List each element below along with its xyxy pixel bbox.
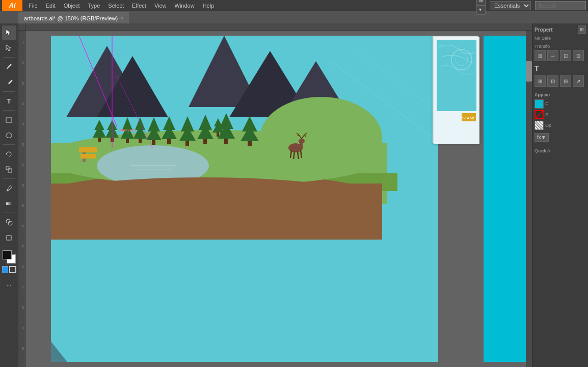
svg-point-103 — [443, 38, 445, 40]
svg-marker-49 — [162, 125, 177, 139]
rectangle-tool[interactable] — [2, 113, 16, 127]
appearance-section: Appear F S Op — [534, 90, 586, 130]
align-right[interactable]: ⊟ — [560, 75, 571, 87]
artboard-second — [484, 36, 527, 362]
svg-marker-39 — [122, 117, 132, 130]
pencil-tool[interactable] — [2, 75, 16, 89]
layout-chevron-btn[interactable]: ▾ — [476, 6, 486, 15]
svg-line-81 — [305, 135, 306, 137]
fill-swatch[interactable] — [2, 266, 9, 273]
document-tab[interactable]: artboards.ai* @ 150% (RGB/Preview) × — [18, 12, 129, 23]
menu-file[interactable]: File — [24, 2, 42, 10]
svg-rect-25 — [51, 143, 387, 204]
svg-line-77 — [297, 133, 299, 135]
gradient-tool[interactable] — [2, 196, 16, 211]
layout-arrange-btn[interactable]: ⊞ — [476, 0, 486, 6]
scale-tool[interactable] — [2, 162, 16, 176]
toolbar-separator-1 — [3, 57, 15, 58]
shape-builder-tool[interactable] — [2, 215, 16, 229]
toolbar-separator-5 — [3, 178, 15, 179]
main-layout: T — [0, 23, 588, 367]
svg-line-9 — [7, 190, 9, 191]
svg-marker-43 — [133, 125, 147, 139]
artboard-tool[interactable] — [2, 230, 16, 245]
svg-rect-71 — [79, 147, 97, 152]
svg-line-91 — [331, 61, 433, 138]
svg-point-75 — [299, 139, 305, 144]
stroke-color-swatch[interactable] — [534, 110, 544, 119]
svg-rect-4 — [6, 118, 12, 122]
transform-icon-2[interactable]: ↔ — [547, 50, 558, 61]
stroke-row: S — [534, 110, 586, 119]
direct-select-tool[interactable] — [2, 41, 16, 55]
toolbar-separator-4 — [3, 144, 15, 145]
align-left[interactable]: ⊞ — [534, 75, 546, 87]
vertical-scrollbar[interactable] — [526, 31, 532, 367]
menu-effect[interactable]: Effect — [128, 2, 150, 10]
stroke-swatch[interactable] — [9, 266, 16, 273]
svg-marker-33 — [94, 120, 104, 130]
search-input[interactable] — [535, 1, 586, 10]
more-tools-btn[interactable]: ··· — [2, 278, 16, 293]
svg-rect-90 — [117, 129, 117, 129]
align-center[interactable]: ⊡ — [547, 75, 558, 87]
workspace-select[interactable]: Essentials — [490, 1, 531, 10]
svg-point-108 — [468, 38, 470, 40]
panel-header: Propert ⊞ — [534, 25, 586, 34]
svg-point-5 — [6, 133, 12, 138]
fx-button[interactable]: fx▼ — [534, 133, 549, 142]
svg-rect-56 — [203, 139, 207, 144]
svg-marker-42 — [135, 117, 145, 130]
opacity-swatch[interactable] — [534, 121, 544, 130]
tab-close-btn[interactable]: × — [121, 16, 123, 21]
type-tool[interactable]: T — [2, 94, 16, 108]
scrollbar-thumb[interactable] — [526, 61, 532, 82]
toolbar-separator-8 — [3, 276, 15, 276]
foreground-color[interactable] — [3, 250, 12, 259]
menu-view[interactable]: View — [150, 2, 171, 10]
artboard: Intersect — [51, 36, 438, 362]
menu-edit[interactable]: Edit — [42, 2, 60, 10]
embed-icon[interactable]: ↗ — [573, 75, 584, 87]
svg-marker-51 — [181, 116, 194, 132]
svg-marker-58 — [218, 122, 235, 139]
eyedropper-tool[interactable] — [2, 181, 16, 195]
canvas-area: 300 350 400 450 500 550 600 650 700 750 … — [18, 23, 532, 367]
menu-object[interactable]: Object — [60, 2, 84, 10]
transform-icon-1[interactable]: ⊞ — [534, 50, 546, 61]
ruler-top: 300 350 400 450 500 550 600 650 700 750 … — [18, 23, 532, 31]
menu-window[interactable]: Window — [171, 2, 199, 10]
svg-text:Intersect: Intersect — [118, 127, 136, 133]
svg-rect-7 — [6, 167, 9, 170]
svg-marker-63 — [265, 115, 282, 133]
transform-icon-4[interactable]: ⊟ — [573, 50, 584, 61]
quick-actions-section: Quick A — [534, 146, 586, 153]
tab-title: artboards.ai* @ 150% (RGB/Preview) — [24, 15, 118, 21]
transform-icons: ⊞ ↔ ⊡ ⊟ — [534, 50, 586, 61]
properties-icon-1[interactable]: ⊞ — [578, 25, 586, 34]
svg-rect-72 — [81, 154, 96, 159]
svg-marker-64 — [263, 125, 284, 143]
svg-rect-47 — [152, 140, 155, 145]
menu-type[interactable]: Type — [84, 2, 104, 10]
menu-help[interactable]: Help — [199, 2, 219, 10]
ellipse-tool[interactable] — [2, 128, 16, 142]
svg-rect-3 — [8, 80, 12, 84]
type-icon[interactable]: T — [534, 64, 586, 72]
pen-tool[interactable] — [2, 60, 16, 74]
transform-label: Transfo — [534, 44, 586, 49]
svg-marker-66 — [214, 118, 222, 126]
selection-tool[interactable] — [2, 25, 16, 40]
svg-line-85 — [301, 150, 302, 158]
transform-icon-3[interactable]: ⊡ — [560, 50, 571, 61]
svg-point-24 — [51, 138, 387, 199]
fill-color-swatch[interactable] — [534, 99, 544, 109]
svg-point-30 — [97, 145, 209, 186]
svg-marker-60 — [242, 116, 257, 132]
svg-marker-54 — [199, 115, 212, 130]
svg-rect-53 — [185, 141, 189, 146]
menu-select[interactable]: Select — [104, 2, 128, 10]
canvas-viewport[interactable]: Intersect — [25, 31, 532, 367]
rotate-tool[interactable] — [2, 147, 16, 161]
svg-point-2 — [10, 64, 11, 66]
